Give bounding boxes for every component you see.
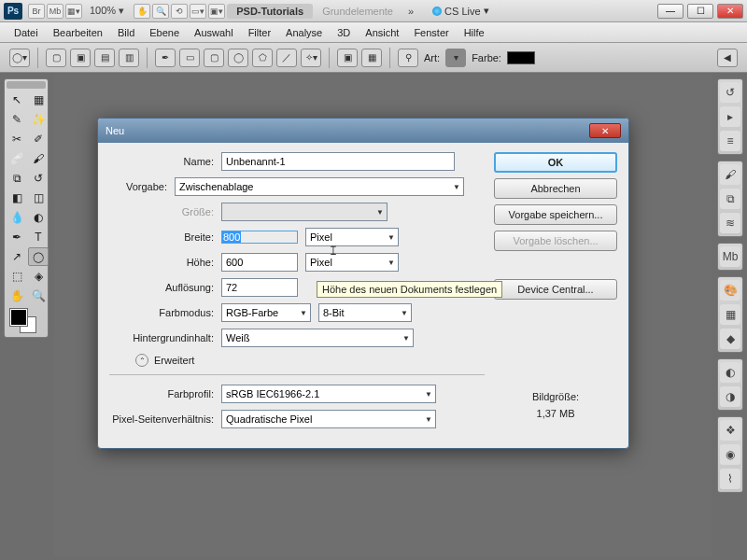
path-tool-icon[interactable]: ↗	[7, 247, 27, 266]
blur-tool-icon[interactable]: 💧	[7, 208, 27, 227]
link-icon[interactable]: ⚲	[398, 49, 418, 67]
menu-ebene[interactable]: Ebene	[143, 25, 186, 40]
swatches-panel-icon[interactable]: ▦	[720, 304, 740, 325]
new-selection-icon[interactable]: ▢	[46, 49, 66, 67]
vorgabe-select[interactable]: Zwischenablage▼	[175, 177, 464, 196]
aufloesung-field[interactable]	[221, 278, 298, 297]
move-tool-icon[interactable]: ↖	[7, 91, 27, 109]
rect-icon[interactable]: ▭	[179, 49, 200, 67]
more-workspaces[interactable]: »	[402, 3, 419, 20]
menu-3d[interactable]: 3D	[331, 25, 357, 40]
brushpresets-panel-icon[interactable]: ≋	[720, 213, 740, 233]
menu-hilfe[interactable]: Hilfe	[458, 25, 491, 40]
zoom-icon[interactable]: 🔍	[152, 4, 169, 19]
name-field[interactable]	[221, 152, 455, 171]
workspace-tab-active[interactable]: PSD-Tutorials	[227, 4, 313, 19]
menu-ansicht[interactable]: Ansicht	[359, 25, 405, 40]
pen-icon[interactable]: ✒	[155, 49, 176, 67]
ellipse-icon[interactable]: ◯	[228, 49, 248, 67]
pixelsv-select[interactable]: Quadratische Pixel▼	[221, 410, 436, 428]
3dcam-tool-icon[interactable]: ◈	[28, 267, 49, 286]
minibridge-icon[interactable]: Mb	[47, 4, 63, 19]
vorgabe-speichern-button[interactable]: Vorgabe speichern...	[494, 204, 617, 225]
breite-unit-select[interactable]: Pixel▼	[305, 228, 399, 246]
menu-bild[interactable]: Bild	[111, 25, 141, 40]
art-swatch[interactable]: ▾	[445, 49, 466, 67]
presets-panel-icon[interactable]: ≡	[720, 131, 740, 151]
minibridge-panel-icon[interactable]: Mb	[720, 246, 740, 267]
brush-tool-icon[interactable]: 🖌	[28, 149, 49, 168]
exclude-icon[interactable]: ▦	[361, 49, 382, 67]
crop-tool-icon[interactable]: ✂	[7, 130, 27, 148]
heal-tool-icon[interactable]: 🩹	[7, 149, 27, 168]
menu-filter[interactable]: Filter	[242, 25, 277, 40]
abbrechen-button[interactable]: Abbrechen	[494, 178, 617, 199]
pen-tool-icon[interactable]: ✒	[7, 228, 27, 246]
rotate-icon[interactable]: ⟲	[171, 4, 188, 19]
paths-panel-icon[interactable]: ⌇	[720, 469, 740, 489]
panel-collapse-icon[interactable]: ◀	[717, 49, 738, 67]
zoom-tool-icon[interactable]: 🔍	[28, 287, 49, 305]
history-brush-icon[interactable]: ↺	[28, 169, 49, 188]
styles-panel-icon[interactable]: ◆	[720, 329, 740, 349]
menu-auswahl[interactable]: Auswahl	[188, 25, 240, 40]
dialog-titlebar[interactable]: Neu ✕	[98, 119, 628, 143]
bridge-icon[interactable]: Br	[28, 4, 45, 19]
hintergrund-select[interactable]: Weiß▼	[221, 329, 414, 347]
adjustments-panel-icon[interactable]: ◐	[720, 362, 740, 383]
workspace-tab-inactive[interactable]: Grundelemente	[313, 4, 402, 19]
hand-icon[interactable]: ✋	[134, 4, 150, 19]
actions-panel-icon[interactable]: ▸	[720, 106, 740, 127]
erweitert-toggle[interactable]: ⌃ Erweitert	[135, 354, 485, 367]
toolbox-grip[interactable]	[7, 81, 46, 89]
eraser-tool-icon[interactable]: ◧	[7, 189, 27, 207]
customshape-icon[interactable]: ✧▾	[301, 49, 321, 67]
menu-analyse[interactable]: Analyse	[279, 25, 329, 40]
clone-panel-icon[interactable]: ⧉	[720, 189, 740, 209]
history-panel-icon[interactable]: ↺	[720, 82, 740, 103]
hand-tool-icon[interactable]: ✋	[7, 287, 27, 305]
tool-preset-icon[interactable]: ◯▾	[9, 49, 30, 67]
menu-datei[interactable]: Datei	[7, 25, 45, 40]
screenmode-icon[interactable]: ▣▾	[208, 4, 225, 19]
stamp-tool-icon[interactable]: ⧉	[7, 169, 27, 188]
intersect-selection-icon[interactable]: ▥	[119, 49, 139, 67]
maximize-button[interactable]: ☐	[687, 4, 713, 19]
farbmodus-select[interactable]: RGB-Farbe▼	[221, 303, 311, 322]
wand-tool-icon[interactable]: ✨	[28, 110, 49, 129]
masks-panel-icon[interactable]: ◑	[720, 386, 740, 407]
farbe-swatch[interactable]	[507, 51, 535, 64]
farbtiefe-select[interactable]: 8-Bit▼	[318, 303, 412, 322]
dialog-close-button[interactable]: ✕	[589, 123, 621, 138]
ok-button[interactable]: OK	[494, 152, 617, 173]
channels-panel-icon[interactable]: ◉	[720, 444, 740, 465]
hoehe-field[interactable]	[221, 253, 298, 272]
hoehe-unit-select[interactable]: Pixel▼	[305, 253, 399, 272]
lasso-tool-icon[interactable]: ✎	[7, 110, 27, 129]
line-icon[interactable]: ／	[276, 49, 297, 67]
gradient-tool-icon[interactable]: ◫	[28, 189, 49, 207]
layers-panel-icon[interactable]: ❖	[720, 420, 740, 441]
color-panel-icon[interactable]: 🎨	[720, 280, 740, 301]
breite-field[interactable]: 800	[221, 231, 298, 244]
device-central-button[interactable]: Device Central...	[494, 279, 617, 300]
3d-tool-icon[interactable]: ⬚	[7, 267, 27, 286]
overlap-icon[interactable]: ▣	[337, 49, 358, 67]
subtract-selection-icon[interactable]: ▤	[94, 49, 115, 67]
type-tool-icon[interactable]: T	[28, 228, 49, 246]
menu-fenster[interactable]: Fenster	[407, 25, 455, 40]
shape-tool-icon[interactable]: ◯	[28, 247, 49, 266]
cs-live[interactable]: CS Live ▾	[432, 5, 489, 17]
dodge-tool-icon[interactable]: ◐	[28, 208, 49, 227]
marquee-tool-icon[interactable]: ▦	[28, 91, 49, 109]
farbprofil-select[interactable]: sRGB IEC61966-2.1▼	[221, 385, 436, 403]
zoom-level[interactable]: 100% ▾	[84, 2, 130, 20]
eyedropper-tool-icon[interactable]: ✐	[28, 130, 49, 148]
roundrect-icon[interactable]: ▢	[204, 49, 224, 67]
add-selection-icon[interactable]: ▣	[70, 49, 91, 67]
foreground-color-well[interactable]	[10, 309, 27, 326]
viewmode-icon[interactable]: ▦▾	[65, 4, 82, 19]
polygon-icon[interactable]: ⬠	[252, 49, 273, 67]
minimize-button[interactable]: —	[657, 4, 684, 19]
arrange-icon[interactable]: ▭▾	[190, 4, 206, 19]
